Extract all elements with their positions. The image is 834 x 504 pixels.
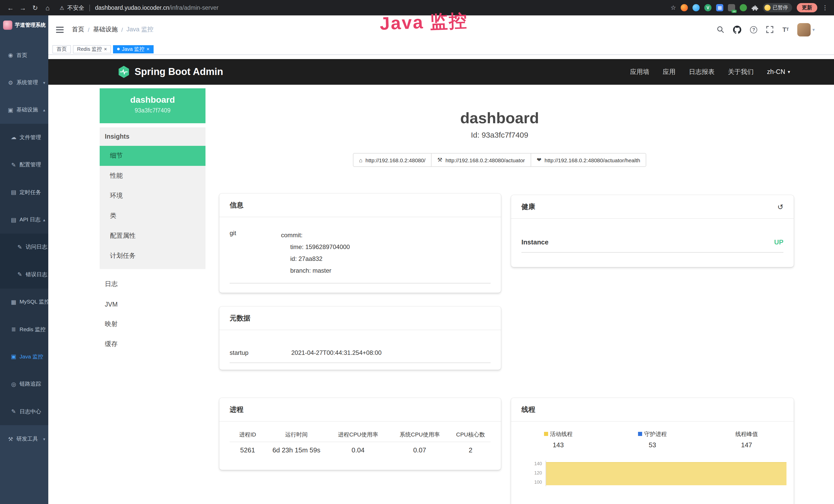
history-icon[interactable]: ↺ — [777, 203, 784, 211]
heart-icon: ❤ — [537, 157, 542, 163]
actuator-url-button[interactable]: ⚒http://192.168.0.2:48080/actuator — [431, 153, 531, 167]
extension-icon-4[interactable]: ▦ — [716, 4, 723, 11]
sba-item-environment[interactable]: 环境 — [100, 186, 205, 206]
process-table-header: 进程ID 运行时间 进程CPU使用率 系统CPU使用率 CPU核心数 — [229, 431, 490, 442]
chevron-down-icon: ▾ — [43, 81, 45, 85]
sidebar-item-scheduled-jobs[interactable]: ▤定时任务 — [0, 179, 48, 206]
sba-item-classes[interactable]: 类 — [100, 206, 205, 226]
reload-icon[interactable]: ↻ — [31, 4, 40, 12]
sidebar-item-system[interactable]: ⚙系统管理▾ — [0, 69, 48, 96]
sba-item-jvm[interactable]: JVM — [100, 294, 205, 314]
url-text[interactable]: dashboard.yudao.iocoder.cn/infra/admin-s… — [95, 5, 219, 11]
metadata-value: 2021-04-27T00:44:31.254+08:00 — [291, 349, 382, 356]
process-table-values: 5261 6d 23h 15m 59s 0.04 0.07 2 — [229, 446, 490, 454]
threads-card: 线程 活动线程 143 守护进程 53 线程峰值 147 140 120 100 — [511, 398, 794, 504]
profile-chip[interactable]: 已暂停 — [763, 3, 792, 12]
help-icon[interactable]: ? — [750, 26, 757, 33]
instance-id: 93a3fc7f7409 — [100, 106, 205, 115]
base-url-button[interactable]: ⌂http://192.168.0.2:48080/ — [353, 153, 432, 167]
metadata-label: startup — [229, 349, 291, 356]
legend-swatch-blue — [638, 432, 642, 436]
instance-header[interactable]: dashboard 93a3fc7f7409 — [100, 88, 205, 123]
git-values: commit: time: 1596289704000 id: 27aa832 … — [281, 230, 350, 277]
sidebar-item-home[interactable]: ◉首页 — [0, 42, 48, 69]
breadcrumb-home[interactable]: 首页 — [72, 25, 84, 34]
search-icon[interactable] — [717, 26, 724, 33]
info-card-title: 信息 — [219, 193, 501, 217]
page-title: dashboard — [205, 109, 794, 127]
extension-icon-6[interactable] — [740, 4, 747, 11]
warning-icon: ⚠ — [60, 5, 64, 10]
close-icon[interactable]: × — [147, 46, 150, 52]
sidebar-item-api-logs[interactable]: ▤API 日志▴ — [0, 206, 48, 234]
address-bar[interactable]: ⚠ 不安全 dashboard.yudao.iocoder.cn/infra/a… — [60, 4, 219, 12]
sidebar-item-redis-monitor[interactable]: ≣Redis 监控 — [0, 316, 48, 343]
annotation-text: Java 监控 — [379, 9, 468, 36]
vue-devtools-icon[interactable]: V — [704, 4, 711, 11]
sba-item-config-props[interactable]: 配置属性 — [100, 226, 205, 246]
browser-menu-icon[interactable]: ⋮ — [822, 4, 828, 11]
sidebar-item-file-management[interactable]: ☁文件管理 — [0, 124, 48, 151]
app-logo[interactable]: 芋道管理系统 — [0, 16, 48, 30]
security-label: 不安全 — [67, 4, 84, 12]
sidebar-item-java-monitor[interactable]: ▣Java 监控 — [0, 343, 48, 371]
back-icon[interactable]: ← — [6, 4, 15, 12]
app-title: 芋道管理系统 — [15, 22, 46, 29]
extension-icon-1[interactable] — [681, 4, 688, 11]
sidebar-item-error-logs[interactable]: ✎错误日志 — [0, 261, 48, 288]
redis-icon: ≣ — [10, 326, 17, 333]
breadcrumb-infrastructure[interactable]: 基础设施 — [93, 25, 118, 34]
y-tick: 140 — [518, 461, 542, 466]
chevron-up-icon: ▴ — [43, 108, 45, 112]
toolbar-right: ☆ V ▦ on 已暂停 更新 ⋮ — [671, 3, 828, 12]
sidebar-item-tracing[interactable]: ◎链路追踪 — [0, 370, 48, 398]
process-card: 进程 进程ID 运行时间 进程CPU使用率 系统CPU使用率 CPU核心数 52… — [219, 398, 501, 470]
close-icon[interactable]: × — [104, 46, 107, 52]
tabs-bar: 首页 Redis 监控× Java 监控× — [48, 44, 834, 55]
user-menu[interactable]: ▾ — [797, 23, 815, 36]
home-icon: ⌂ — [359, 157, 363, 163]
tab-home[interactable]: 首页 — [52, 45, 71, 53]
health-instance-row: Instance UP — [521, 232, 784, 253]
mysql-icon: ▦ — [10, 299, 17, 305]
sba-sidebar-items: 日志 JVM 映射 缓存 — [100, 274, 205, 354]
sba-item-logs[interactable]: 日志 — [100, 274, 205, 294]
sba-item-caches[interactable]: 缓存 — [100, 334, 205, 354]
forward-icon[interactable]: → — [19, 4, 27, 12]
legend-daemon-threads: 守护进程 53 — [606, 429, 700, 451]
sidebar-item-infrastructure[interactable]: ▣基础设施▴ — [0, 96, 48, 124]
update-button[interactable]: 更新 — [797, 3, 817, 12]
proxy-switch-icon[interactable]: on — [728, 4, 735, 11]
tab-java-monitor[interactable]: Java 监控× — [113, 45, 154, 53]
info-card: 信息 git commit: time: 1596289704000 id: 2… — [219, 193, 501, 293]
api-log-icon: ▤ — [10, 216, 17, 223]
sba-item-metrics[interactable]: 性能 — [100, 166, 205, 186]
legend-live-threads: 活动线程 143 — [511, 429, 606, 451]
tab-redis-monitor[interactable]: Redis 监控× — [73, 45, 111, 53]
extensions-puzzle-icon[interactable] — [751, 4, 758, 11]
sba-item-mappings[interactable]: 映射 — [100, 314, 205, 334]
live-threads-area — [546, 462, 787, 485]
sidebar-item-devtools[interactable]: ⚒研发工具▾ — [0, 426, 48, 453]
infrastructure-icon: ▣ — [7, 107, 14, 113]
hamburger-icon[interactable] — [56, 26, 64, 32]
instance-links: ⌂http://192.168.0.2:48080/ ⚒http://192.1… — [353, 153, 646, 167]
sidebar-item-config-management[interactable]: ✎配置管理 — [0, 151, 48, 179]
breadcrumb-separator: / — [88, 26, 89, 32]
sidebar-item-log-center[interactable]: ✎日志中心 — [0, 398, 48, 426]
sidebar-item-access-logs[interactable]: ✎访问日志 — [0, 233, 48, 261]
sidebar-item-mysql-monitor[interactable]: ▦MySQL 监控 — [0, 288, 48, 316]
breadcrumb: 首页 / 基础设施 / Java 监控 — [72, 25, 154, 34]
health-url-button[interactable]: ❤http://192.168.0.2:48080/actuator/healt… — [531, 153, 646, 167]
github-icon[interactable] — [733, 25, 741, 33]
sba-item-details[interactable]: 细节 — [100, 146, 205, 166]
font-size-icon[interactable]: TT — [782, 26, 789, 33]
profile-status: 已暂停 — [773, 4, 788, 11]
sidebar-menu: ◉首页 ⚙系统管理▾ ▣基础设施▴ ☁文件管理 ✎配置管理 ▤定时任务 ▤API… — [0, 42, 48, 453]
bookmark-star-icon[interactable]: ☆ — [671, 4, 676, 11]
extension-icon-2[interactable] — [693, 4, 700, 11]
home-icon[interactable]: ⌂ — [43, 4, 52, 12]
fullscreen-icon[interactable] — [766, 26, 774, 33]
sba-item-scheduled-tasks[interactable]: 计划任务 — [100, 246, 205, 266]
dashboard-icon: ◉ — [7, 52, 14, 59]
